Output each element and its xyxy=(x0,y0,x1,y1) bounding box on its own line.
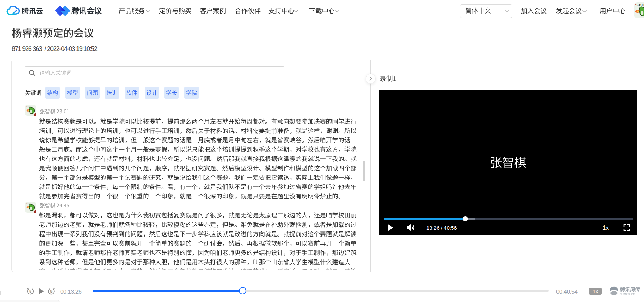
svg-text:5: 5 xyxy=(29,289,31,293)
svg-text:5: 5 xyxy=(50,289,53,293)
svg-text:SDU: SDU xyxy=(637,3,644,7)
